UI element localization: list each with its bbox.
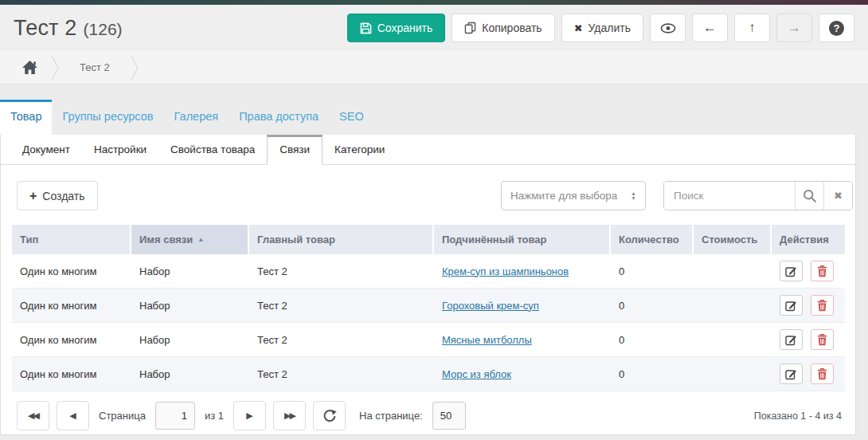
page-id: (126) [84,20,123,39]
child-product-link[interactable]: Крем-суп из шампиньонов [442,265,569,277]
child-product-link[interactable]: Мясные митболлы [442,334,532,346]
last-page-button[interactable]: ▶▶ [273,401,306,430]
cell-type: Один ко многим [12,334,131,346]
cell-quantity: 0 [611,300,694,312]
prev-page-icon: ◀ [69,411,76,421]
cell-type: Один ко многим [12,368,131,380]
cell-quantity: 0 [611,265,694,277]
child-product-link[interactable]: Морс из яблок [442,368,511,380]
table-row: Один ко многим Набор Тест 2 Мясные митбо… [12,323,845,357]
column-parent-product[interactable]: Главный товар [249,225,434,254]
column-quantity[interactable]: Количество [611,225,694,254]
search-button[interactable] [795,182,823,210]
delete-button-label: Удалить [588,22,631,34]
breadcrumb-separator-icon [131,54,139,81]
cell-type: Один ко многим [12,265,131,277]
first-page-button[interactable]: ◀◀ [17,401,49,430]
subtab-categories[interactable]: Категории [323,135,397,164]
per-page-input[interactable] [432,402,466,430]
child-product-link[interactable]: Гороховый крем-суп [442,300,539,312]
save-button[interactable]: Сохранить [347,14,446,42]
up-button[interactable]: ↑ [734,14,770,42]
column-cost[interactable]: Стоимость [694,225,772,254]
tab-gallery[interactable]: Галерея [164,100,229,135]
delete-row-button[interactable] [811,295,834,316]
save-icon [360,22,372,34]
edit-row-button[interactable] [780,295,803,316]
column-child-product[interactable]: Подчинённый товар [434,225,611,254]
cell-link-name: Набор [131,300,249,312]
edit-row-button[interactable] [780,363,803,384]
delete-row-button[interactable] [811,261,834,281]
delete-row-button[interactable] [811,329,834,350]
home-breadcrumb[interactable] [11,60,48,75]
cell-link-name: Набор [131,368,249,380]
subtab-links[interactable]: Связи [267,135,323,165]
type-filter-select[interactable]: Нажмите для выбора ▲▼ [501,181,646,210]
forward-button[interactable]: → [776,14,812,42]
plus-icon: + [29,189,37,203]
grid-header: Тип Имя связи ▲ Главный товар Подчинённы… [12,225,845,254]
back-button[interactable]: ← [692,14,728,42]
grid-toolbar: + Создать Нажмите для выбора ▲▼ [17,181,853,210]
select-caret-icon: ▲▼ [631,191,636,201]
subtab-settings[interactable]: Настройки [82,135,158,164]
column-actions: Действия [772,225,845,254]
column-link-name[interactable]: Имя связи ▲ [131,225,249,254]
arrow-up-icon: ↑ [749,20,756,36]
edit-icon [785,265,797,277]
prev-page-button[interactable]: ◀ [57,401,89,430]
cell-parent-product: Тест 2 [249,300,434,312]
column-type[interactable]: Тип [12,225,131,254]
cell-quantity: 0 [611,368,694,380]
clear-icon: ✖ [834,190,843,202]
cell-link-name: Набор [131,265,249,277]
delete-row-button[interactable] [811,363,834,384]
page-total-label: из 1 [205,410,224,422]
edit-row-button[interactable] [780,329,803,350]
document-header: Тест 2 (126) Сохранить Копировать ✖ Удал… [0,5,868,51]
trash-icon [817,334,827,346]
pagination-bar: ◀◀ ◀ Страница из 1 ▶ ▶▶ На странице: Пок… [17,401,843,430]
tab-product[interactable]: Товар [0,100,52,135]
cell-quantity: 0 [611,334,694,346]
delete-button[interactable]: ✖ Удалить [561,14,643,42]
edit-icon [785,300,797,312]
page-title: Тест 2 [14,16,77,41]
cell-parent-product: Тест 2 [249,334,434,346]
arrow-left-icon: ← [703,20,717,36]
toolbar-right: Нажмите для выбора ▲▼ ✖ [501,181,853,210]
results-summary: Показано 1 - 4 из 4 [754,411,842,422]
copy-button-label: Копировать [482,22,542,34]
clear-search-button[interactable]: ✖ [823,182,852,210]
subtab-product-properties[interactable]: Свойства товара [158,135,267,164]
page-number-input[interactable] [155,402,195,430]
cell-parent-product: Тест 2 [249,368,434,380]
edit-row-button[interactable] [780,261,803,281]
search-input[interactable] [664,182,795,210]
type-filter-placeholder: Нажмите для выбора [510,190,617,202]
per-page-label: На странице: [359,410,423,422]
breadcrumb-item[interactable]: Тест 2 [62,61,127,73]
create-button[interactable]: + Создать [17,181,98,210]
x-icon: ✖ [574,22,583,34]
preview-button[interactable] [650,14,686,42]
page-label: Страница [99,410,146,422]
help-button[interactable]: ? [819,14,854,42]
edit-icon [785,368,797,380]
tab-access-rights[interactable]: Права доступа [229,100,329,135]
tab-seo[interactable]: SEO [329,100,374,135]
refresh-button[interactable] [313,401,346,430]
tab-resource-groups[interactable]: Группы ресурсов [52,100,163,135]
copy-button[interactable]: Копировать [452,14,554,42]
cell-link-name: Набор [131,334,249,346]
links-tab-content: + Создать Нажмите для выбора ▲▼ [1,165,855,430]
next-page-button[interactable]: ▶ [233,401,266,430]
trash-icon [817,265,827,277]
subtab-document[interactable]: Документ [10,135,82,164]
eye-icon [660,23,676,33]
trash-icon [817,368,827,380]
title-group: Тест 2 (126) [14,16,123,41]
search-icon [803,189,817,203]
last-page-icon: ▶▶ [284,411,295,421]
